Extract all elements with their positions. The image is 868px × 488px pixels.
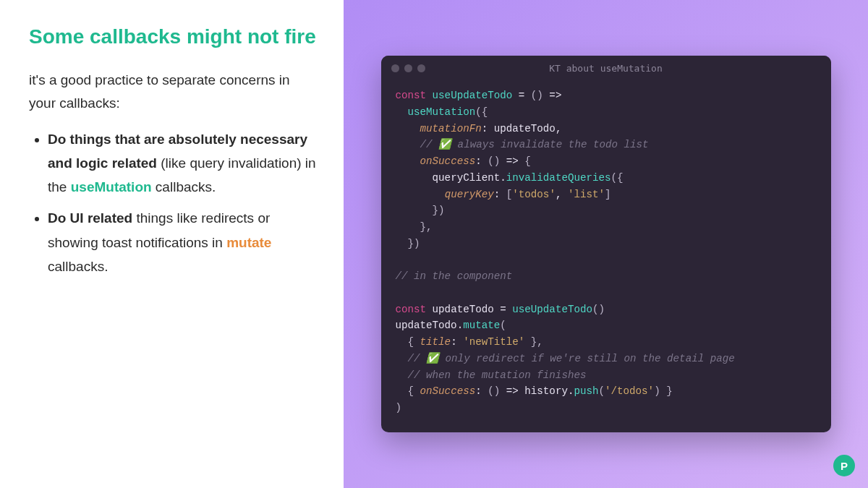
window-title: KT about useMutation bbox=[381, 63, 831, 74]
code-comment: // ✅ only redirect if we're still on the… bbox=[408, 353, 735, 364]
slide-bullets: Do things that are absolutely necessary … bbox=[29, 127, 318, 279]
bullet-keyword: mutate bbox=[226, 235, 271, 250]
code-comment: // when the mutation finishes bbox=[408, 369, 587, 381]
code-prop: onSuccess bbox=[420, 155, 476, 167]
code-prop: onSuccess bbox=[420, 385, 476, 397]
code-fn: useUpdateTodo bbox=[433, 90, 513, 101]
code-prop: mutationFn bbox=[420, 123, 482, 134]
code-body: const useUpdateTodo = () => useMutation(… bbox=[381, 80, 831, 432]
slide-title: Some callbacks might not fire bbox=[29, 25, 318, 48]
code-op: . bbox=[500, 172, 506, 184]
code-comment: // ✅ always invalidate the todo list bbox=[420, 139, 649, 150]
code-op: , bbox=[556, 189, 568, 200]
code-keyword: const bbox=[396, 90, 427, 101]
code-arrow: => bbox=[543, 90, 562, 101]
code-arrow: => bbox=[500, 385, 524, 397]
code-bracket: ] bbox=[605, 189, 611, 200]
code-prop: title bbox=[420, 336, 451, 348]
code-op: . bbox=[457, 320, 464, 331]
code-val: updateTodo bbox=[396, 320, 457, 331]
code-op: : bbox=[482, 123, 494, 134]
code-fn: useUpdateTodo bbox=[512, 304, 592, 315]
code-val: updateTodo bbox=[494, 123, 556, 134]
code-paren: ) bbox=[654, 385, 660, 397]
code-paren: () bbox=[488, 155, 500, 167]
bullet-item-1: Do UI related things like redirects or s… bbox=[48, 206, 318, 278]
bullet-text: callbacks. bbox=[152, 179, 216, 194]
code-string: '/todos' bbox=[605, 385, 654, 397]
code-val: history bbox=[524, 385, 568, 397]
code-fn: useMutation bbox=[408, 106, 476, 118]
code-val: updateTodo bbox=[433, 304, 494, 315]
code-keyword: const bbox=[396, 304, 427, 315]
code-panel: KT about useMutation const useUpdateTodo… bbox=[344, 0, 868, 488]
code-fn: mutate bbox=[463, 320, 500, 331]
code-op: : bbox=[475, 385, 488, 397]
code-op: : bbox=[494, 189, 506, 200]
code-brace: { bbox=[408, 336, 420, 348]
code-arrow: => bbox=[500, 155, 524, 167]
code-window: KT about useMutation const useUpdateTodo… bbox=[381, 56, 831, 432]
slide-intro: it's a good practice to separate concern… bbox=[29, 69, 318, 116]
code-paren: { bbox=[524, 155, 531, 167]
code-op: = bbox=[494, 304, 513, 315]
bullet-bold: Do UI related bbox=[48, 210, 132, 226]
code-op: = bbox=[512, 90, 531, 101]
code-comment: // in the component bbox=[396, 270, 513, 282]
code-op: , bbox=[556, 123, 562, 134]
code-paren: ({ bbox=[475, 106, 488, 118]
logo-letter: P bbox=[841, 460, 848, 472]
code-paren: () bbox=[488, 385, 500, 397]
code-paren: }) bbox=[408, 238, 420, 249]
code-val: queryClient bbox=[433, 172, 501, 184]
code-paren: () bbox=[592, 304, 605, 315]
code-paren: ) bbox=[537, 90, 543, 101]
code-paren: ({ bbox=[611, 172, 624, 184]
bullet-text: callbacks. bbox=[48, 259, 108, 274]
code-paren: ( bbox=[500, 320, 506, 331]
code-string: 'list' bbox=[568, 189, 605, 200]
code-string: 'todos' bbox=[512, 189, 556, 200]
code-brace: }, bbox=[524, 336, 543, 348]
code-paren: }, bbox=[420, 221, 433, 233]
code-paren: ( bbox=[599, 385, 605, 397]
brand-logo-icon: P bbox=[833, 455, 855, 476]
window-titlebar: KT about useMutation bbox=[381, 56, 831, 80]
code-fn: push bbox=[574, 385, 598, 397]
code-paren: ) bbox=[396, 402, 402, 414]
code-op: : bbox=[451, 336, 463, 348]
code-brace: } bbox=[660, 385, 673, 397]
code-brace: { bbox=[408, 385, 420, 397]
code-paren: }) bbox=[433, 205, 445, 216]
slide-text-panel: Some callbacks might not fire it's a goo… bbox=[0, 0, 344, 488]
code-fn: invalidateQueries bbox=[506, 172, 611, 184]
code-prop: queryKey bbox=[445, 189, 494, 200]
code-string: 'newTitle' bbox=[463, 336, 524, 348]
code-op: : bbox=[475, 155, 488, 167]
bullet-item-0: Do things that are absolutely necessary … bbox=[48, 127, 318, 200]
bullet-keyword: useMutation bbox=[71, 179, 152, 194]
